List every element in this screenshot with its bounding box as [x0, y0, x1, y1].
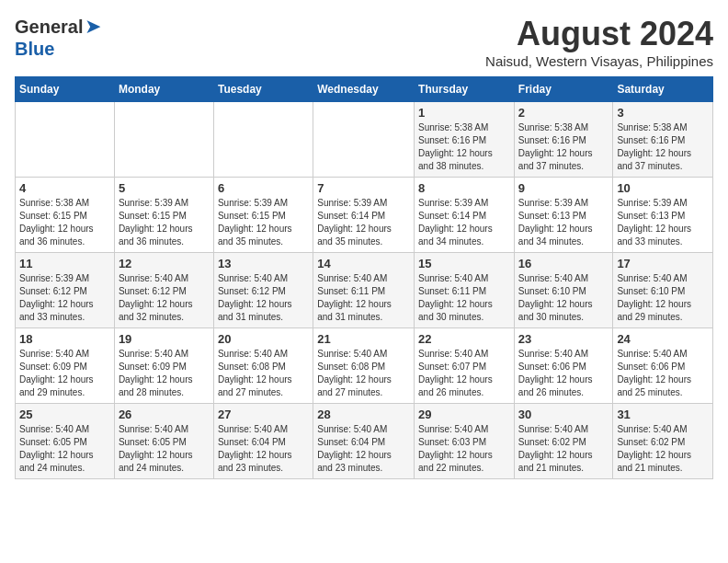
weekday-header-sunday: Sunday — [16, 77, 115, 102]
day-number: 3 — [617, 106, 709, 120]
calendar-cell: 3Sunrise: 5:38 AM Sunset: 6:16 PM Daylig… — [613, 102, 713, 178]
day-number: 10 — [617, 181, 709, 195]
calendar-cell: 2Sunrise: 5:38 AM Sunset: 6:16 PM Daylig… — [514, 102, 613, 178]
calendar-cell: 1Sunrise: 5:38 AM Sunset: 6:16 PM Daylig… — [415, 102, 515, 178]
calendar-cell: 9Sunrise: 5:39 AM Sunset: 6:13 PM Daylig… — [514, 178, 613, 253]
calendar-cell: 26Sunrise: 5:40 AM Sunset: 6:05 PM Dayli… — [114, 404, 213, 479]
calendar-cell: 11Sunrise: 5:39 AM Sunset: 6:12 PM Dayli… — [16, 253, 115, 328]
day-number: 24 — [617, 332, 709, 346]
calendar-cell: 18Sunrise: 5:40 AM Sunset: 6:09 PM Dayli… — [16, 328, 115, 404]
title-section: August 2024 Naisud, Western Visayas, Phi… — [485, 15, 713, 69]
calendar-cell: 19Sunrise: 5:40 AM Sunset: 6:09 PM Dayli… — [114, 328, 213, 404]
day-detail: Sunrise: 5:40 AM Sunset: 6:05 PM Dayligh… — [119, 424, 193, 473]
day-number: 7 — [317, 181, 410, 195]
day-detail: Sunrise: 5:40 AM Sunset: 6:04 PM Dayligh… — [218, 424, 292, 473]
day-number: 14 — [317, 257, 410, 270]
day-detail: Sunrise: 5:40 AM Sunset: 6:10 PM Dayligh… — [617, 273, 691, 322]
day-detail: Sunrise: 5:38 AM Sunset: 6:15 PM Dayligh… — [19, 198, 94, 247]
day-detail: Sunrise: 5:40 AM Sunset: 6:07 PM Dayligh… — [418, 349, 493, 397]
day-detail: Sunrise: 5:39 AM Sunset: 6:13 PM Dayligh… — [617, 198, 691, 247]
calendar-cell: 8Sunrise: 5:39 AM Sunset: 6:14 PM Daylig… — [415, 178, 515, 253]
day-detail: Sunrise: 5:40 AM Sunset: 6:04 PM Dayligh… — [317, 424, 392, 473]
day-number: 18 — [19, 332, 110, 346]
calendar-cell: 14Sunrise: 5:40 AM Sunset: 6:11 PM Dayli… — [313, 253, 415, 328]
day-detail: Sunrise: 5:40 AM Sunset: 6:11 PM Dayligh… — [418, 273, 493, 322]
calendar-cell: 25Sunrise: 5:40 AM Sunset: 6:05 PM Dayli… — [16, 404, 115, 479]
calendar-cell: 7Sunrise: 5:39 AM Sunset: 6:14 PM Daylig… — [313, 178, 415, 253]
weekday-header-friday: Friday — [514, 77, 613, 102]
calendar-cell: 5Sunrise: 5:39 AM Sunset: 6:15 PM Daylig… — [114, 178, 213, 253]
day-number: 27 — [218, 408, 309, 421]
day-detail: Sunrise: 5:40 AM Sunset: 6:09 PM Dayligh… — [19, 349, 94, 397]
day-number: 29 — [418, 408, 510, 421]
day-detail: Sunrise: 5:40 AM Sunset: 6:11 PM Dayligh… — [317, 273, 392, 322]
calendar-cell: 27Sunrise: 5:40 AM Sunset: 6:04 PM Dayli… — [213, 404, 313, 479]
day-number: 11 — [19, 257, 110, 270]
day-number: 2 — [518, 106, 609, 120]
calendar-table: SundayMondayTuesdayWednesdayThursdayFrid… — [15, 76, 713, 479]
calendar-cell: 22Sunrise: 5:40 AM Sunset: 6:07 PM Dayli… — [415, 328, 515, 404]
calendar-cell: 21Sunrise: 5:40 AM Sunset: 6:08 PM Dayli… — [313, 328, 415, 404]
calendar-cell: 29Sunrise: 5:40 AM Sunset: 6:03 PM Dayli… — [415, 404, 515, 479]
weekday-header-saturday: Saturday — [613, 77, 713, 102]
day-detail: Sunrise: 5:39 AM Sunset: 6:15 PM Dayligh… — [119, 198, 193, 247]
day-detail: Sunrise: 5:39 AM Sunset: 6:12 PM Dayligh… — [19, 273, 94, 322]
day-detail: Sunrise: 5:39 AM Sunset: 6:14 PM Dayligh… — [317, 198, 392, 247]
day-number: 26 — [119, 408, 210, 421]
day-detail: Sunrise: 5:40 AM Sunset: 6:06 PM Dayligh… — [617, 349, 691, 397]
calendar-cell: 15Sunrise: 5:40 AM Sunset: 6:11 PM Dayli… — [415, 253, 515, 328]
day-detail: Sunrise: 5:40 AM Sunset: 6:02 PM Dayligh… — [518, 424, 593, 473]
day-detail: Sunrise: 5:40 AM Sunset: 6:08 PM Dayligh… — [218, 349, 292, 397]
day-detail: Sunrise: 5:40 AM Sunset: 6:09 PM Dayligh… — [119, 349, 193, 397]
day-number: 19 — [119, 332, 210, 346]
calendar-cell: 10Sunrise: 5:39 AM Sunset: 6:13 PM Dayli… — [613, 178, 713, 253]
day-detail: Sunrise: 5:38 AM Sunset: 6:16 PM Dayligh… — [518, 122, 593, 171]
logo-general-text: General — [15, 17, 83, 38]
calendar-cell: 23Sunrise: 5:40 AM Sunset: 6:06 PM Dayli… — [514, 328, 613, 404]
day-number: 22 — [418, 332, 510, 346]
day-number: 31 — [617, 408, 709, 421]
weekday-header-wednesday: Wednesday — [313, 77, 415, 102]
day-number: 1 — [418, 106, 510, 120]
page-header: General ➤ Blue August 2024 Naisud, Weste… — [15, 15, 713, 69]
calendar-cell: 6Sunrise: 5:39 AM Sunset: 6:15 PM Daylig… — [213, 178, 313, 253]
calendar-cell: 13Sunrise: 5:40 AM Sunset: 6:12 PM Dayli… — [213, 253, 313, 328]
logo-bird-icon: ➤ — [85, 15, 101, 39]
calendar-cell: 4Sunrise: 5:38 AM Sunset: 6:15 PM Daylig… — [16, 178, 115, 253]
day-detail: Sunrise: 5:40 AM Sunset: 6:08 PM Dayligh… — [317, 349, 392, 397]
day-number: 15 — [418, 257, 510, 270]
day-number: 6 — [218, 181, 309, 195]
calendar-cell: 28Sunrise: 5:40 AM Sunset: 6:04 PM Dayli… — [313, 404, 415, 479]
day-number: 23 — [518, 332, 609, 346]
day-number: 4 — [19, 181, 110, 195]
calendar-cell — [16, 102, 115, 178]
day-number: 13 — [218, 257, 309, 270]
calendar-cell: 17Sunrise: 5:40 AM Sunset: 6:10 PM Dayli… — [613, 253, 713, 328]
weekday-header-monday: Monday — [114, 77, 213, 102]
day-number: 12 — [119, 257, 210, 270]
day-detail: Sunrise: 5:40 AM Sunset: 6:10 PM Dayligh… — [518, 273, 593, 322]
day-detail: Sunrise: 5:38 AM Sunset: 6:16 PM Dayligh… — [418, 122, 493, 171]
day-number: 25 — [19, 408, 110, 421]
day-detail: Sunrise: 5:40 AM Sunset: 6:02 PM Dayligh… — [617, 424, 691, 473]
logo: General ➤ Blue — [15, 15, 101, 60]
calendar-cell: 24Sunrise: 5:40 AM Sunset: 6:06 PM Dayli… — [613, 328, 713, 404]
calendar-title: August 2024 — [485, 15, 713, 53]
day-number: 9 — [518, 181, 609, 195]
day-detail: Sunrise: 5:38 AM Sunset: 6:16 PM Dayligh… — [617, 122, 691, 171]
day-number: 21 — [317, 332, 410, 346]
day-detail: Sunrise: 5:40 AM Sunset: 6:06 PM Dayligh… — [518, 349, 593, 397]
day-detail: Sunrise: 5:39 AM Sunset: 6:15 PM Dayligh… — [218, 198, 292, 247]
calendar-cell — [213, 102, 313, 178]
logo-blue-text: Blue — [15, 39, 54, 59]
calendar-cell: 31Sunrise: 5:40 AM Sunset: 6:02 PM Dayli… — [613, 404, 713, 479]
calendar-cell: 12Sunrise: 5:40 AM Sunset: 6:12 PM Dayli… — [114, 253, 213, 328]
day-detail: Sunrise: 5:39 AM Sunset: 6:14 PM Dayligh… — [418, 198, 493, 247]
day-number: 30 — [518, 408, 609, 421]
day-detail: Sunrise: 5:40 AM Sunset: 6:12 PM Dayligh… — [218, 273, 292, 322]
day-number: 17 — [617, 257, 709, 270]
day-detail: Sunrise: 5:40 AM Sunset: 6:03 PM Dayligh… — [418, 424, 493, 473]
day-detail: Sunrise: 5:40 AM Sunset: 6:05 PM Dayligh… — [19, 424, 94, 473]
calendar-cell: 20Sunrise: 5:40 AM Sunset: 6:08 PM Dayli… — [213, 328, 313, 404]
calendar-cell — [313, 102, 415, 178]
